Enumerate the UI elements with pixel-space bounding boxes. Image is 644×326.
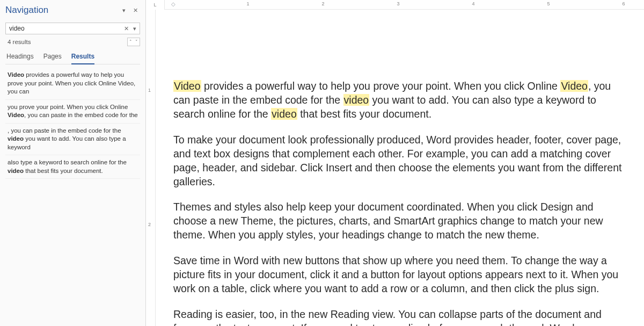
tab-results[interactable]: Results <box>71 50 94 64</box>
result-text: you prove your point. When you click Onl… <box>8 104 128 110</box>
navigation-header: Navigation ▾ ✕ <box>5 2 140 18</box>
paragraph: Themes and styles also help keep your do… <box>173 200 625 242</box>
search-highlight: video <box>271 108 297 120</box>
paragraph-text: that best fits your document. <box>297 108 431 120</box>
ruler-number: 1 <box>148 88 151 93</box>
result-text: you want to add. You can also type a key… <box>8 135 126 150</box>
navigation-title: Navigation <box>5 5 117 16</box>
paragraph: Reading is easier, too, in the new Readi… <box>173 308 625 326</box>
search-input[interactable] <box>6 23 122 34</box>
ruler-number: 4 <box>472 1 474 6</box>
horizontal-ruler[interactable]: L ◇ 1 2 3 4 5 6 <box>165 0 644 10</box>
paragraph: Video provides a powerful way to help yo… <box>173 79 625 121</box>
search-highlight: Video <box>173 80 201 92</box>
ruler-number: 1 <box>246 1 249 6</box>
ruler-number: 6 <box>622 1 625 6</box>
paragraph-text: provides a powerful way to help you prov… <box>201 80 561 92</box>
search-highlight: Video <box>560 80 588 92</box>
result-item[interactable]: you prove your point. When you click Onl… <box>5 100 140 124</box>
result-text: provides a powerful way to help you prov… <box>8 71 135 95</box>
indent-marker-icon[interactable]: ◇ <box>171 1 175 7</box>
result-nav-buttons: ˄ ˅ <box>127 38 140 46</box>
search-field[interactable]: ✕ ▾ <box>5 23 140 34</box>
result-item[interactable]: , you can paste in the embed code for th… <box>5 124 140 156</box>
ruler-number: 3 <box>397 1 399 6</box>
result-item[interactable]: also type a keyword to search online for… <box>5 155 140 179</box>
next-result-button[interactable]: ˅ <box>134 38 140 46</box>
ruler-number: 2 <box>148 222 151 227</box>
search-controls: ✕ ▾ <box>122 23 140 34</box>
tab-headings[interactable]: Headings <box>6 50 34 64</box>
ruler-number: 5 <box>547 1 550 6</box>
result-match: Video <box>8 112 24 118</box>
result-text: , you can paste in the embed code for th… <box>8 127 121 134</box>
search-result-summary: 4 results ˄ ˅ <box>5 38 140 46</box>
navigation-tabs: Headings Pages Results <box>5 50 140 64</box>
document-area: L ◇ 1 2 3 4 5 6 1 2 Video provides a pow… <box>146 0 644 326</box>
ruler-corner: L <box>146 0 165 10</box>
ruler-number: 2 <box>321 1 324 6</box>
paragraph: To make your document look professionall… <box>173 133 625 189</box>
result-text: , you can paste in the embed code for th… <box>24 112 138 118</box>
result-match: video <box>8 135 24 142</box>
dropdown-icon[interactable]: ▾ <box>120 6 128 15</box>
close-icon[interactable]: ✕ <box>131 6 140 15</box>
search-dropdown-icon[interactable]: ▾ <box>131 24 138 33</box>
search-results-list: Video provides a powerful way to help yo… <box>5 68 140 179</box>
result-count: 4 results <box>5 39 127 45</box>
document-page[interactable]: Video provides a powerful way to help yo… <box>165 10 633 326</box>
result-text: that best fits your document. <box>24 168 103 174</box>
result-text: also type a keyword to search online for… <box>8 159 127 165</box>
result-match: Video <box>8 71 24 78</box>
result-item[interactable]: Video provides a powerful way to help yo… <box>5 68 140 100</box>
paragraph: Save time in Word with new buttons that … <box>173 254 625 296</box>
result-match: video <box>8 168 24 174</box>
previous-result-button[interactable]: ˄ <box>128 38 134 46</box>
clear-search-icon[interactable]: ✕ <box>122 24 131 33</box>
vertical-ruler[interactable]: 1 2 <box>146 10 156 326</box>
navigation-pane: Navigation ▾ ✕ ✕ ▾ 4 results ˄ ˅ Heading… <box>0 0 146 326</box>
tab-pages[interactable]: Pages <box>43 50 62 64</box>
search-highlight: video <box>343 94 370 106</box>
